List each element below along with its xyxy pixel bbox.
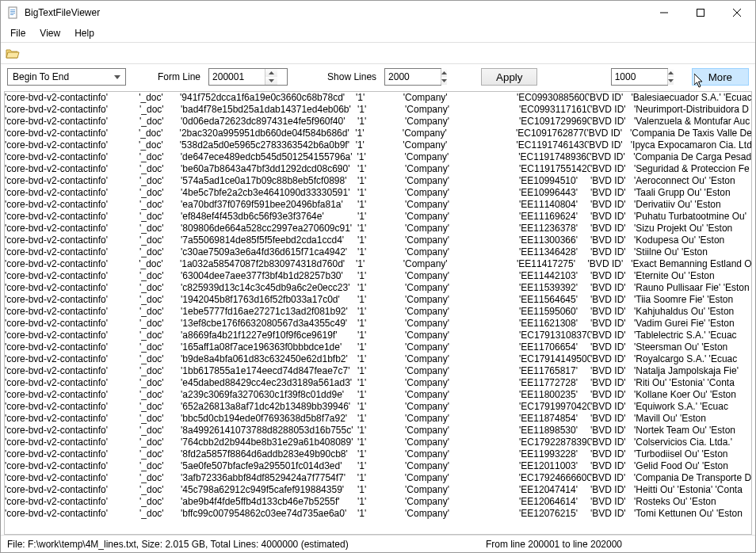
close-button[interactable] xyxy=(719,1,755,25)
text-line[interactable]: 'core-bvd-v2-contactinfo''_doc''1bb61785… xyxy=(5,365,751,377)
text-line[interactable]: 'core-bvd-v2-contactinfo''_doc''abe9b4f4… xyxy=(5,496,751,508)
status-range-info: From line 200001 to line 202000 xyxy=(486,539,749,550)
page-step-input[interactable] xyxy=(611,68,668,86)
spin-up-icon[interactable] xyxy=(668,69,674,77)
text-line[interactable]: 'core-bvd-v2-contactinfo''_doc''c825939d… xyxy=(5,282,751,294)
cell: 'Company' xyxy=(405,235,519,246)
text-line[interactable]: 'core-bvd-v2-contactinfo''_doc''be60a7b8… xyxy=(5,163,751,175)
text-line[interactable]: 'core-bvd-v2-contactinfo''_doc''8fd2a585… xyxy=(5,448,751,460)
text-line[interactable]: 'core-bvd-v2-contactinfo''_doc''809806de… xyxy=(5,223,751,235)
cell: '_doc' xyxy=(139,187,181,199)
text-line[interactable]: 'core-bvd-v2-contactinfo''_doc''c30ae750… xyxy=(5,246,751,258)
menu-help[interactable]: Help xyxy=(68,26,101,40)
text-line[interactable]: 'core-bvd-v2-contactinfo''_doc''538d2a5d… xyxy=(5,139,751,151)
text-line[interactable]: 'core-bvd-v2-contactinfo''_doc''63004dee… xyxy=(5,270,751,282)
text-line[interactable]: 'core-bvd-v2-contactinfo''_doc''ef848ef4… xyxy=(5,211,751,223)
text-line[interactable]: 'core-bvd-v2-contactinfo''_doc''0d06eda7… xyxy=(5,116,751,128)
text-line[interactable]: 'core-bvd-v2-contactinfo''_doc''de647ece… xyxy=(5,151,751,163)
cell: 'EE11772728' xyxy=(519,377,590,389)
text-line[interactable]: 'core-bvd-v2-contactinfo''_doc''5ae0fe50… xyxy=(5,460,751,472)
cell: 'EC1191755142001' xyxy=(519,163,590,175)
spin-up-icon[interactable] xyxy=(265,69,277,77)
cell: 'EE11706654' xyxy=(519,341,590,353)
spin-up-icon[interactable] xyxy=(441,69,447,77)
form-line-field[interactable] xyxy=(209,71,265,82)
text-line[interactable]: 'core-bvd-v2-contactinfo''_doc''4be5c7bf… xyxy=(5,187,751,199)
text-line[interactable]: 'core-bvd-v2-contactinfo''_doc''2bac320a… xyxy=(5,128,751,139)
text-line[interactable]: 'core-bvd-v2-contactinfo''_doc''bbc5d0cb… xyxy=(5,413,751,425)
cell: 'EE11874854' xyxy=(519,413,590,425)
cell: 'core-bvd-v2-contactinfo' xyxy=(5,413,139,425)
cell: 'Company' xyxy=(405,353,519,365)
show-lines-field[interactable] xyxy=(385,71,441,82)
cell: 'Seguridad & Proteccion Fe xyxy=(634,163,750,175)
minimize-button[interactable] xyxy=(646,1,682,25)
menu-file[interactable]: File xyxy=(4,26,32,40)
svg-rect-6 xyxy=(697,10,704,17)
cell: 'Company' xyxy=(405,389,519,401)
text-line[interactable]: 'core-bvd-v2-contactinfo''_doc''bffc99c0… xyxy=(5,508,751,520)
text-line[interactable]: 'core-bvd-v2-contactinfo''_doc''b9de8a4b… xyxy=(5,353,751,365)
show-lines-input[interactable] xyxy=(384,68,441,86)
spin-down-icon[interactable] xyxy=(441,77,447,85)
cell: 'Taali Grupp Ou' 'Eston xyxy=(634,187,731,199)
text-line[interactable]: 'core-bvd-v2-contactinfo''_doc''941f752d… xyxy=(5,92,751,104)
scroll-area[interactable]: 'core-bvd-v2-contactinfo''_doc''941f752d… xyxy=(5,92,751,534)
cell: '1' xyxy=(357,151,405,163)
text-line[interactable]: 'core-bvd-v2-contactinfo''_doc''e45dabed… xyxy=(5,377,751,389)
search-direction-combo[interactable]: Begin To End xyxy=(7,68,126,86)
cell: '3afb72336abbf84df8529424a7f7754f7' xyxy=(181,472,357,484)
text-line[interactable]: 'core-bvd-v2-contactinfo''_doc''13ef8cbe… xyxy=(5,318,751,330)
open-file-icon[interactable] xyxy=(6,47,20,59)
text-line[interactable]: 'core-bvd-v2-contactinfo''_doc''8a499261… xyxy=(5,425,751,437)
cell: '2bac320a995951db660de04f584b686d' xyxy=(180,128,356,139)
svg-marker-9 xyxy=(269,71,274,74)
text-line[interactable]: 'core-bvd-v2-contactinfo''_doc''1942045b… xyxy=(5,294,751,306)
cell: 'Company' xyxy=(405,199,519,211)
text-line[interactable]: 'core-bvd-v2-contactinfo''_doc''a239c306… xyxy=(5,389,751,401)
text-line[interactable]: 'core-bvd-v2-contactinfo''_doc''574a5ad1… xyxy=(5,175,751,187)
cell: 'EE11898530' xyxy=(519,425,590,437)
cell: '_doc' xyxy=(139,92,180,104)
text-line[interactable]: 'core-bvd-v2-contactinfo''_doc''652a2681… xyxy=(5,401,751,413)
app-icon xyxy=(7,6,20,19)
cell: 'Natalja Jampolskaja Fie' xyxy=(634,365,739,377)
text-line[interactable]: 'core-bvd-v2-contactinfo''_doc''ea70bdf3… xyxy=(5,199,751,211)
page-step-field[interactable] xyxy=(612,71,667,82)
cell: 'Company' xyxy=(405,460,519,472)
maximize-button[interactable] xyxy=(682,1,719,25)
data-content: 'core-bvd-v2-contactinfo''_doc''941f752d… xyxy=(5,92,751,520)
cell: '1' xyxy=(357,211,405,223)
form-line-input[interactable] xyxy=(208,68,288,86)
cell: 'Company' xyxy=(405,282,519,294)
apply-button[interactable]: Apply xyxy=(481,68,537,86)
cell: 'BVD ID' xyxy=(590,163,634,175)
cell: 'Company' xyxy=(403,139,516,151)
text-line[interactable]: 'core-bvd-v2-contactinfo''_doc''1a032a58… xyxy=(5,258,751,270)
spin-down-icon[interactable] xyxy=(668,77,674,85)
more-button[interactable]: More xyxy=(692,68,749,86)
text-line[interactable]: 'core-bvd-v2-contactinfo''_doc''bad4f78e… xyxy=(5,104,751,116)
cell: 'core-bvd-v2-contactinfo' xyxy=(5,401,139,413)
cell: 'Rauno Pullisaar Fie' 'Eston xyxy=(634,282,750,294)
text-line[interactable]: 'core-bvd-v2-contactinfo''_doc''45c798a6… xyxy=(5,484,751,496)
svg-marker-13 xyxy=(668,71,674,74)
text-line[interactable]: 'core-bvd-v2-contactinfo''_doc''7a550698… xyxy=(5,235,751,246)
cell: '_doc' xyxy=(139,211,181,223)
cell: '1' xyxy=(357,306,405,318)
text-line[interactable]: 'core-bvd-v2-contactinfo''_doc''165aff1a… xyxy=(5,341,751,353)
spin-down-icon[interactable] xyxy=(265,77,277,85)
cell: '1' xyxy=(357,460,405,472)
cell: 'BVD ID' xyxy=(590,341,634,353)
cell: 'Equiwork S.A.' 'Ecuac xyxy=(634,401,728,413)
cell: '1' xyxy=(357,496,405,508)
text-line[interactable]: 'core-bvd-v2-contactinfo''_doc''1ebe5777… xyxy=(5,306,751,318)
text-line[interactable]: 'core-bvd-v2-contactinfo''_doc''a8669fa4… xyxy=(5,330,751,341)
titlebar: BigTextFileViewer xyxy=(1,1,755,25)
cell: 'Company' xyxy=(405,187,519,199)
text-line[interactable]: 'core-bvd-v2-contactinfo''_doc''3afb7233… xyxy=(5,472,751,484)
text-line[interactable]: 'core-bvd-v2-contactinfo''_doc''764cbb2d… xyxy=(5,437,751,448)
menu-view[interactable]: View xyxy=(33,26,67,40)
cell: 'BVD ID' xyxy=(590,460,634,472)
cell: 'Company' xyxy=(405,508,519,520)
